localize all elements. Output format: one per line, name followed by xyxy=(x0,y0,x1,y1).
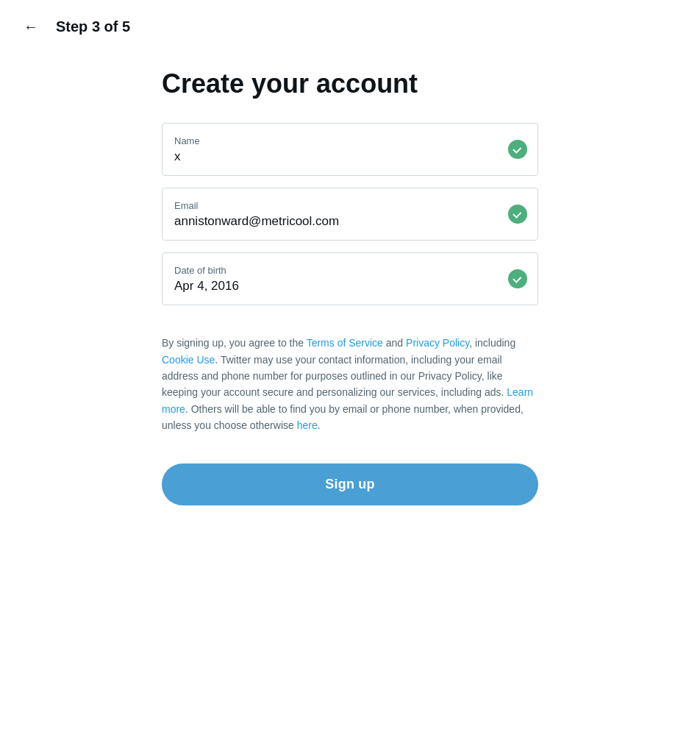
name-field-value: x xyxy=(174,149,505,164)
back-arrow-icon: ← xyxy=(24,18,38,35)
legal-text-including: , including xyxy=(469,337,515,349)
dob-field-label: Date of birth xyxy=(174,265,505,276)
legal-text-others: . Others will be able to find you by ema… xyxy=(162,403,524,431)
name-field-container[interactable]: Name x xyxy=(162,123,538,176)
email-field-value: annistonward@metricool.com xyxy=(174,214,505,229)
dob-valid-icon xyxy=(508,269,527,288)
terms-of-service-link[interactable]: Terms of Service xyxy=(307,337,383,349)
email-field-label: Email xyxy=(174,200,505,211)
dob-field-container[interactable]: Date of birth Apr 4, 2016 xyxy=(162,252,538,305)
back-button[interactable]: ← xyxy=(18,13,44,40)
name-field-label: Name xyxy=(174,135,505,146)
dob-field-value: Apr 4, 2016 xyxy=(174,279,505,294)
header: ← Step 3 of 5 xyxy=(0,0,700,53)
signup-button[interactable]: Sign up xyxy=(162,463,538,505)
legal-text-and: and xyxy=(383,337,406,349)
legal-text-end: . xyxy=(318,419,321,431)
form-fields: Name x Email annistonward@metricool.com … xyxy=(162,123,538,305)
here-link[interactable]: here xyxy=(297,419,318,431)
email-valid-icon xyxy=(508,205,527,224)
name-valid-icon xyxy=(508,140,527,159)
page-title: Create your account xyxy=(162,68,538,99)
step-indicator: Step 3 of 5 xyxy=(56,18,130,35)
main-content: Create your account Name x Email annisto… xyxy=(0,53,700,746)
legal-text-prefix: By signing up, you agree to the xyxy=(162,337,307,349)
legal-text: By signing up, you agree to the Terms of… xyxy=(162,335,538,433)
email-field-container[interactable]: Email annistonward@metricool.com xyxy=(162,188,538,241)
privacy-policy-link[interactable]: Privacy Policy xyxy=(406,337,469,349)
cookie-use-link[interactable]: Cookie Use xyxy=(162,354,215,366)
